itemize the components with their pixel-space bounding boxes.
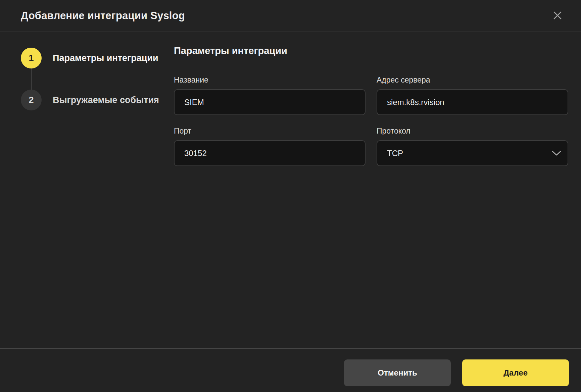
step-2-circle: 2 bbox=[21, 90, 42, 110]
protocol-select-value: TCP bbox=[387, 149, 558, 158]
cancel-button[interactable]: Отменить bbox=[344, 359, 451, 386]
field-port: Порт bbox=[174, 126, 366, 166]
close-icon bbox=[553, 11, 562, 21]
step-2-label: Выгружаемые события bbox=[53, 95, 159, 105]
field-server-address: Адрес сервера bbox=[377, 75, 568, 115]
server-address-input[interactable] bbox=[377, 89, 568, 115]
form-heading: Параметры интеграции bbox=[174, 45, 568, 56]
add-syslog-integration-dialog: Добавление интеграции Syslog 1 Параметры… bbox=[0, 0, 581, 392]
protocol-select[interactable]: TCP bbox=[377, 140, 568, 166]
dialog-footer: Отменить Далее bbox=[0, 348, 581, 392]
step-1-circle: 1 bbox=[21, 48, 42, 68]
stepper-step-exported-events[interactable]: 2 Выгружаемые события bbox=[21, 90, 159, 110]
integration-params-form: Параметры интеграции Название Адрес серв… bbox=[174, 32, 568, 166]
name-input[interactable] bbox=[174, 89, 366, 115]
stepper-connector-line bbox=[31, 68, 32, 90]
close-button[interactable] bbox=[550, 8, 565, 23]
field-server-address-label: Адрес сервера bbox=[377, 75, 568, 85]
field-name-label: Название bbox=[174, 75, 366, 85]
field-port-label: Порт bbox=[174, 126, 366, 136]
form-grid: Название Адрес сервера Порт Протокол TCP bbox=[174, 75, 568, 166]
dialog-body: 1 Параметры интеграции 2 Выгружаемые соб… bbox=[0, 32, 581, 348]
port-input[interactable] bbox=[174, 140, 366, 166]
field-protocol: Протокол TCP bbox=[377, 126, 568, 166]
chevron-down-icon bbox=[551, 150, 562, 156]
field-name: Название bbox=[174, 75, 366, 115]
next-button[interactable]: Далее bbox=[462, 359, 569, 386]
step-1-label: Параметры интеграции bbox=[53, 53, 158, 63]
wizard-stepper: 1 Параметры интеграции 2 Выгружаемые соб… bbox=[0, 32, 168, 348]
dialog-header: Добавление интеграции Syslog bbox=[0, 0, 581, 32]
stepper-step-integration-params[interactable]: 1 Параметры интеграции bbox=[21, 48, 158, 68]
field-protocol-label: Протокол bbox=[377, 126, 568, 136]
dialog-title: Добавление интеграции Syslog bbox=[21, 10, 185, 22]
